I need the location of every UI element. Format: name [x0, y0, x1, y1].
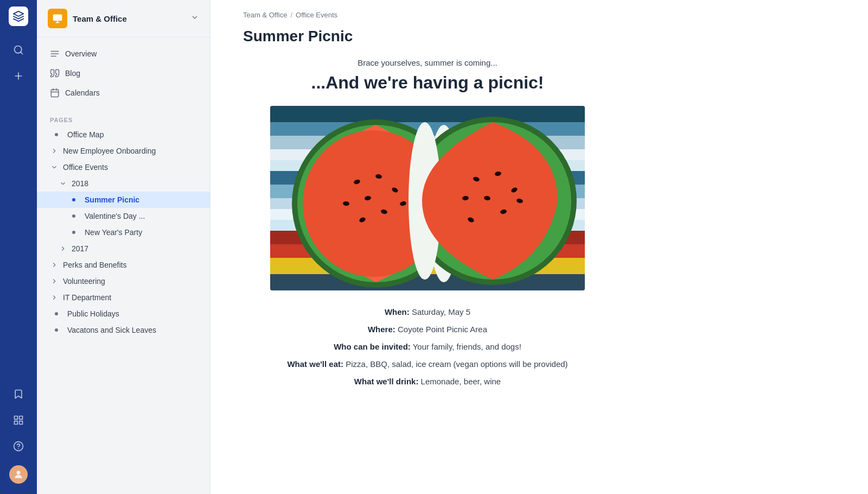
page-item-2017[interactable]: 2017 — [37, 240, 210, 257]
svg-rect-4 — [15, 416, 18, 420]
breadcrumb: Team & Office / Office Events — [210, 0, 868, 23]
detail-eat: What we'll eat: Pizza, BBQ, salad, ice c… — [243, 358, 612, 371]
sidebar-item-overview[interactable]: Overview — [37, 44, 210, 64]
sidebar-item-calendars-label: Calendars — [65, 88, 100, 97]
sidebar-item-overview-label: Overview — [65, 49, 97, 58]
bullet-active-icon — [72, 198, 75, 201]
page-item-volunteering[interactable]: Volunteering — [37, 273, 210, 289]
detail-drink-label: What we'll drink: — [354, 377, 419, 386]
breadcrumb-separator: / — [290, 11, 292, 19]
page-label-public-holidays: Public Holidays — [67, 309, 119, 318]
main-content: Team & Office / Office Events Summer Pic… — [210, 0, 868, 494]
picnic-image — [270, 106, 585, 290]
svg-line-1 — [21, 52, 23, 54]
app-logo[interactable] — [9, 7, 28, 26]
svg-rect-17 — [51, 90, 59, 97]
bookmark-icon-btn[interactable] — [8, 383, 29, 405]
space-sidebar: Team & Office Overview Blog — [37, 0, 210, 494]
page-item-new-years-party[interactable]: New Year's Party — [37, 224, 210, 240]
sidebar-item-calendars[interactable]: Calendars — [37, 83, 210, 103]
page-label-volunteering: Volunteering — [63, 277, 105, 286]
detail-eat-label: What we'll eat: — [287, 359, 343, 369]
page-label-it-department: IT Department — [63, 293, 111, 302]
detail-who-label: Who can be invited: — [334, 342, 411, 351]
space-chevron-icon[interactable] — [190, 13, 199, 24]
chevron-right-icon — [50, 147, 59, 155]
bullet-public-holidays-icon — [55, 312, 58, 315]
page-body: Brace yourselves, summer is coming... ..… — [210, 58, 644, 425]
pages-section-label: PAGES — [37, 113, 210, 126]
page-item-2018[interactable]: 2018 — [37, 175, 210, 192]
space-header: Team & Office — [37, 0, 210, 37]
breadcrumb-current: Office Events — [296, 11, 337, 19]
detail-when-value: Saturday, May 5 — [412, 307, 470, 316]
detail-drink-value: Lemonade, beer, wine — [421, 377, 501, 386]
page-item-new-employee-onboarding[interactable]: New Employee Onboarding — [37, 143, 210, 159]
page-item-summer-picnic[interactable]: Summer Picnic — [37, 192, 210, 208]
page-label-office-events: Office Events — [63, 163, 108, 172]
page-label-perks-benefits: Perks and Benefits — [63, 261, 127, 269]
pages-section: PAGES Office Map New Employee Onboarding… — [37, 109, 210, 343]
grid-icon-btn[interactable] — [8, 409, 29, 431]
user-avatar[interactable] — [8, 464, 29, 485]
bullet-newyears-icon — [72, 231, 75, 234]
detail-where-label: Where: — [368, 325, 395, 334]
detail-when: When: Saturday, May 5 — [243, 306, 612, 319]
detail-where-value: Coyote Point Picnic Area — [398, 325, 487, 334]
space-icon — [48, 9, 67, 28]
avatar-image — [9, 465, 28, 484]
page-label-office-map: Office Map — [67, 130, 104, 139]
page-item-vacations-sick-leaves[interactable]: Vacatons and Sick Leaves — [37, 322, 210, 338]
sidebar-item-blog-label: Blog — [65, 69, 80, 78]
page-item-perks-benefits[interactable]: Perks and Benefits — [37, 257, 210, 273]
bullet-icon — [55, 133, 58, 136]
page-label-2018: 2018 — [72, 179, 88, 188]
svg-point-10 — [17, 471, 21, 474]
page-label-new-employee-onboarding: New Employee Onboarding — [63, 147, 156, 155]
detail-eat-value: Pizza, BBQ, salad, ice cream (vegan opti… — [346, 359, 567, 369]
chevron-down-icon-2018 — [59, 179, 67, 188]
detail-who-value: Your family, friends, and dogs! — [413, 342, 521, 351]
svg-rect-6 — [20, 421, 23, 425]
app-sidebar — [0, 0, 37, 494]
help-icon-btn[interactable] — [8, 435, 29, 457]
bullet-valentines-icon — [72, 214, 75, 218]
search-icon-btn[interactable] — [8, 39, 29, 61]
page-item-public-holidays[interactable]: Public Holidays — [37, 306, 210, 322]
create-icon-btn[interactable] — [8, 65, 29, 87]
page-label-2017: 2017 — [72, 244, 88, 253]
page-label-summer-picnic: Summer Picnic — [85, 195, 139, 204]
chevron-right-icon-it — [50, 293, 59, 302]
page-label-new-years-party: New Year's Party — [85, 228, 142, 237]
page-item-it-department[interactable]: IT Department — [37, 289, 210, 306]
chevron-down-icon — [50, 163, 59, 172]
intro-text: Brace yourselves, summer is coming... — [243, 58, 612, 67]
detail-drink: What we'll drink: Lemonade, beer, wine — [243, 375, 612, 388]
svg-rect-5 — [20, 416, 23, 420]
page-item-valentines-day[interactable]: Valentine's Day ... — [37, 208, 210, 224]
bullet-vacations-icon — [55, 328, 58, 332]
page-item-office-map[interactable]: Office Map — [37, 126, 210, 143]
sidebar-item-blog[interactable]: Blog — [37, 64, 210, 83]
page-item-office-events[interactable]: Office Events — [37, 159, 210, 175]
detail-where: Where: Coyote Point Picnic Area — [243, 323, 612, 336]
chevron-right-icon-2017 — [59, 244, 67, 253]
chevron-right-icon-volunteering — [50, 277, 59, 286]
detail-who: Who can be invited: Your family, friends… — [243, 340, 612, 353]
svg-rect-7 — [15, 421, 18, 425]
svg-rect-22 — [270, 106, 585, 122]
nav-items: Overview Blog Calendars — [37, 37, 210, 109]
page-label-valentines-day: Valentine's Day ... — [85, 212, 145, 220]
chevron-right-icon-perks — [50, 261, 59, 269]
svg-rect-11 — [53, 15, 62, 21]
breadcrumb-space-link[interactable]: Team & Office — [243, 11, 287, 19]
page-label-vacations-sick-leaves: Vacatons and Sick Leaves — [67, 326, 156, 334]
detail-when-label: When: — [385, 307, 410, 316]
space-name: Team & Office — [73, 14, 190, 23]
big-headline: ...And we're having a picnic! — [243, 73, 612, 93]
page-title: Summer Picnic — [210, 23, 868, 58]
